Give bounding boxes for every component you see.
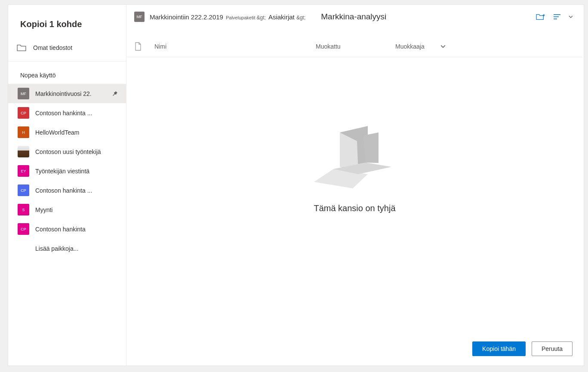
empty-state: Tämä kansio on tyhjä xyxy=(127,57,582,213)
quick-access-item[interactable]: CPContoson hankinta xyxy=(8,219,126,239)
file-list-scroll[interactable]: Nimi Muokattu Muokkaaja Tämä kansio on t… xyxy=(126,29,583,330)
site-avatar: CP xyxy=(18,184,29,196)
breadcrumb: Markkinointiin 222.2.2019 Palvelupaketit… xyxy=(150,12,536,22)
breadcrumb-site[interactable]: Markkinointiin 222.2.2019 xyxy=(150,13,223,21)
dialog-footer: Kopioi tähän Peruuta xyxy=(126,333,584,366)
sidebar: Kopioi 1 kohde Omat tiedostot Nopea käyt… xyxy=(8,5,126,366)
empty-folder-icon xyxy=(310,122,400,191)
quick-access-item[interactable]: MFMarkkinointivuosi 22. xyxy=(8,84,126,103)
column-headers: Nimi Muokattu Muokkaaja xyxy=(127,29,582,57)
empty-folder-message: Tämä kansio on tyhjä xyxy=(314,203,395,213)
site-avatar: CP xyxy=(18,107,29,119)
divider xyxy=(8,61,126,61)
quick-access-item[interactable]: CPContoson hankinta ... xyxy=(8,181,126,200)
chevron-down-icon[interactable] xyxy=(440,43,446,49)
site-avatar: MF xyxy=(134,12,145,22)
own-files-nav[interactable]: Omat tiedostot xyxy=(8,40,126,56)
breadcrumb-current: Markkina-analyysi xyxy=(321,12,386,22)
site-avatar: S xyxy=(18,204,29,215)
site-avatar: CP xyxy=(18,223,29,235)
site-avatar: MF xyxy=(18,88,29,99)
dialog-title: Kopioi 1 kohde xyxy=(8,13,126,40)
quick-access-label: Myynti xyxy=(35,206,118,213)
cancel-button[interactable]: Peruuta xyxy=(532,341,573,356)
spacer xyxy=(18,243,29,254)
quick-access-item[interactable]: HHelloWorldTeam xyxy=(8,123,126,142)
quick-access-label: Työntekijän viestintä xyxy=(35,168,118,175)
column-icon xyxy=(135,42,154,51)
breadcrumb-bar: MF Markkinointiin 222.2.2019 Palvelupake… xyxy=(126,5,584,26)
column-modified[interactable]: Muokattu xyxy=(316,43,395,50)
breadcrumb-level2[interactable]: Asiakirjat &gt; xyxy=(268,13,305,21)
folder-icon xyxy=(17,44,26,52)
quick-access-label: Contoson hankinta ... xyxy=(35,110,118,117)
site-avatar xyxy=(18,146,29,157)
quick-access-label: Contoson hankinta xyxy=(35,226,118,233)
new-folder-button[interactable] xyxy=(536,12,546,22)
quick-access-label: Contoson uusi työntekijä xyxy=(35,148,118,155)
header-actions xyxy=(536,12,573,22)
quick-access-label: HelloWorldTeam xyxy=(35,129,118,136)
main-panel: MF Markkinointiin 222.2.2019 Palvelupake… xyxy=(126,5,584,366)
more-places-item[interactable]: Lisää paikkoja... xyxy=(8,239,126,258)
file-icon xyxy=(135,42,142,51)
more-places-label: Lisää paikkoja... xyxy=(35,245,118,252)
own-files-label: Omat tiedostot xyxy=(33,44,72,51)
quick-access-item[interactable]: CPContoson hankinta ... xyxy=(8,103,126,123)
column-editor[interactable]: Muokkaaja xyxy=(395,43,438,50)
quick-access-list: MFMarkkinointivuosi 22.CPContoson hankin… xyxy=(8,84,126,239)
copy-dialog: Kopioi 1 kohde Omat tiedostot Nopea käyt… xyxy=(8,4,584,366)
quick-access-item[interactable]: SMyynti xyxy=(8,200,126,219)
copy-here-button[interactable]: Kopioi tähän xyxy=(472,341,526,356)
sort-button[interactable] xyxy=(552,12,562,22)
site-avatar: H xyxy=(18,126,29,138)
quick-access-item[interactable]: Contoson uusi työntekijä xyxy=(8,142,126,161)
site-avatar: EY xyxy=(18,165,29,177)
breadcrumb-level1[interactable]: Palvelupaketit &gt; xyxy=(226,15,266,21)
quick-access-heading: Nopea käyttö xyxy=(8,63,126,84)
svg-marker-7 xyxy=(363,132,379,163)
pin-icon[interactable] xyxy=(111,90,118,97)
column-name[interactable]: Nimi xyxy=(154,43,316,50)
quick-access-label: Markkinointivuosi 22. xyxy=(35,90,110,97)
quick-access-label: Contoson hankinta ... xyxy=(35,187,118,194)
chevron-down-icon[interactable] xyxy=(568,14,573,19)
quick-access-item[interactable]: EYTyöntekijän viestintä xyxy=(8,161,126,181)
